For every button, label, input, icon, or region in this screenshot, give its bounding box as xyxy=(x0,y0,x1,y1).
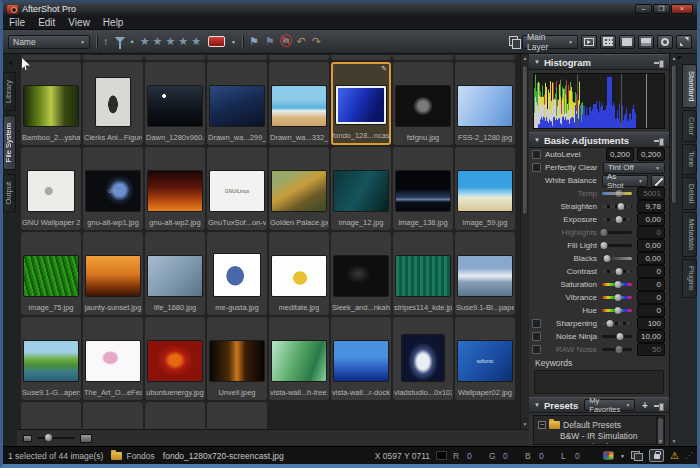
sort-direction-icon[interactable]: ↑ xyxy=(103,36,109,47)
tab-color[interactable]: Color xyxy=(682,110,697,142)
menu-file[interactable]: File xyxy=(9,17,25,28)
sharpening-slider[interactable] xyxy=(602,322,632,325)
collapse-box-icon[interactable]: − xyxy=(538,421,546,429)
layers-icon[interactable] xyxy=(509,36,519,47)
thumbnail-cell-clipped[interactable] xyxy=(145,55,205,60)
panel-scrollbar[interactable]: ▲ ▼ xyxy=(669,54,678,446)
thumbnail-fondo-128-ncast-jpg[interactable]: ✎fondo_128...ncast.jpg xyxy=(331,62,391,145)
sort-by-dropdown[interactable]: Name ▼ xyxy=(8,35,90,49)
pin-icon[interactable] xyxy=(653,58,664,67)
browse-scrollbar[interactable]: ▲ ▼ xyxy=(520,54,529,429)
rotate-left-icon[interactable]: ↶ xyxy=(297,35,306,48)
straighten-value[interactable]: 9,78 xyxy=(637,200,665,213)
perfectly-clear-checkbox[interactable] xyxy=(532,163,541,172)
thumbnail-image-12-jpg[interactable]: image_12.jpg xyxy=(331,147,391,230)
scroll-down-icon[interactable]: ▼ xyxy=(670,437,678,446)
pin-icon[interactable] xyxy=(653,136,664,145)
exposure-slider[interactable] xyxy=(602,218,632,221)
thumbnail-the-art-o-efear-jpg[interactable]: The_Art_O...eFear.jpg xyxy=(83,317,143,400)
slider-handle[interactable] xyxy=(615,346,622,353)
preview-view-button[interactable] xyxy=(638,35,654,49)
sharpening-checkbox[interactable] xyxy=(532,319,541,328)
thumbnail-item[interactable] xyxy=(83,402,143,429)
thumbnail-life-1680-jpg[interactable]: life_1680.jpg xyxy=(145,232,205,315)
tab-standard[interactable]: Standard xyxy=(682,64,697,108)
collapse-pointer-icon[interactable] xyxy=(678,56,682,60)
single-view-button[interactable] xyxy=(619,35,635,49)
collapse-icon[interactable]: ▼ xyxy=(534,137,540,143)
saturation-slider[interactable] xyxy=(602,283,632,286)
raw-noise-slider[interactable] xyxy=(602,348,632,351)
vibrance-value[interactable]: 0 xyxy=(637,291,665,304)
thumbnail-vladstudio-0x1024-jpg[interactable]: vladstudio...0x1024.jpg xyxy=(393,317,453,400)
contrast-slider[interactable] xyxy=(602,270,632,273)
maximize-button[interactable]: ❐ xyxy=(653,4,670,14)
thumbnail-drawn-wa-332-jpg[interactable]: Drawn_wa...332_.jpg xyxy=(269,62,329,145)
temp-value[interactable]: 5001 xyxy=(637,187,665,200)
thumbnail-sleek-and-nkahn-jpg[interactable]: Sleek_and...nkahn.jpg xyxy=(331,232,391,315)
star-icon[interactable]: ★ xyxy=(153,35,164,48)
blacks-value[interactable]: 0,00 xyxy=(637,252,665,265)
warning-icon[interactable]: ⚠ xyxy=(670,450,679,461)
highlights-value[interactable]: 0 xyxy=(637,226,665,239)
thumbnail-golden-palace-jpg[interactable]: Golden Palace.jpg xyxy=(269,147,329,230)
flag-reject-icon[interactable]: ⚑ xyxy=(281,36,291,47)
autolevel-checkbox[interactable] xyxy=(532,150,541,159)
presets-header[interactable]: ▼ Presets My Favorites ▼ + xyxy=(529,397,669,413)
magnifier-button[interactable] xyxy=(657,35,673,49)
scrollbar-thumb[interactable] xyxy=(522,65,528,215)
hue-slider[interactable] xyxy=(602,309,632,312)
menu-edit[interactable]: Edit xyxy=(38,17,55,28)
collapse-icon[interactable]: ▼ xyxy=(534,402,540,408)
noise-ninja-value[interactable]: 10,00 xyxy=(637,330,665,343)
tab-tone[interactable]: Tone xyxy=(682,144,697,174)
preset-folder-row[interactable]: −Default Presets xyxy=(538,419,654,430)
fullscreen-button[interactable] xyxy=(676,35,692,49)
thumbnail-drawn-wa-299-jpg[interactable]: Drawn_wa...299_.jpg xyxy=(207,62,267,145)
thumbnail-cell-clipped[interactable] xyxy=(269,55,329,60)
thumbnail-view-button[interactable] xyxy=(600,35,616,49)
basic-adjustments-header[interactable]: ▼ Basic Adjustments xyxy=(529,132,669,148)
autolevel-white-value[interactable]: 0,200 xyxy=(637,148,665,161)
resize-grip[interactable]: ⋰ xyxy=(685,451,692,460)
chevron-down-icon[interactable]: ▼ xyxy=(620,453,625,459)
color-label-swatch[interactable] xyxy=(208,36,225,47)
slider-handle[interactable] xyxy=(614,307,621,314)
minimize-button[interactable]: – xyxy=(635,4,652,14)
layer-dropdown[interactable]: Main Layer ▼ xyxy=(522,35,578,49)
thumbnail-cell-clipped[interactable] xyxy=(83,55,143,60)
contrast-value[interactable]: 0 xyxy=(637,265,665,278)
slider-handle[interactable] xyxy=(45,434,52,441)
thumbnail-unveil-jpeg[interactable]: Unveil.jpeg xyxy=(207,317,267,400)
thumbnail-suse9-1-bl-papers-jpg[interactable]: Suse9.1-Bl...papers.jpg xyxy=(455,232,515,315)
slider-handle[interactable] xyxy=(603,255,610,262)
star-icon[interactable]: ★ xyxy=(178,35,189,48)
tab-detail[interactable]: Detail xyxy=(682,177,697,210)
thumbnail-gnu-alt-wp2-jpg[interactable]: gnu-alt-wp2.jpg xyxy=(145,147,205,230)
rotate-right-icon[interactable]: ↷ xyxy=(312,35,321,48)
preset-b-w-ir-simulation[interactable]: B&W - IR Simulation xyxy=(538,430,654,441)
straighten-slider[interactable] xyxy=(602,205,632,208)
thumbnail-wallpaper02-jpg[interactable]: softonicWallpaper02.jpg xyxy=(455,317,515,400)
thumbnail-item[interactable] xyxy=(21,402,81,429)
tab-library[interactable]: Library xyxy=(3,72,16,111)
temp-slider[interactable] xyxy=(602,192,632,195)
thumbnail-clerks-ani-figure-jpg[interactable]: Clerks Ani...Figure.jpg xyxy=(83,62,143,145)
sharpening-value[interactable]: 100 xyxy=(637,317,665,330)
thumbnail-image-138-jpg[interactable]: image_138.jpg xyxy=(393,147,453,230)
fill-light-slider[interactable] xyxy=(602,244,632,247)
thumbnail-stripes114-kde-jpg[interactable]: stripes114_kde.jpg xyxy=(393,232,453,315)
thumbnail-vista-wall-r-dock-jpg[interactable]: vista-wall...r-dock.jpg xyxy=(331,317,391,400)
thumbnail-item[interactable] xyxy=(207,402,267,429)
tab-metadata[interactable]: Metadata xyxy=(682,212,697,257)
star-icon[interactable]: ★ xyxy=(165,35,176,48)
close-button[interactable]: × xyxy=(671,4,693,14)
scroll-up-icon[interactable]: ▲ xyxy=(521,54,529,63)
scroll-down-icon[interactable]: ▼ xyxy=(521,420,529,429)
preset-b-w-simple[interactable]: B&W - Simple xyxy=(538,441,654,445)
slider-handle[interactable] xyxy=(614,281,621,288)
tab-file-system[interactable]: File System xyxy=(3,115,16,170)
slider-handle[interactable] xyxy=(601,242,608,249)
thumbnail-dawn-1280x960-jpg[interactable]: Dawn_1280x960.jpg xyxy=(145,62,205,145)
keywords-input[interactable] xyxy=(534,370,664,394)
